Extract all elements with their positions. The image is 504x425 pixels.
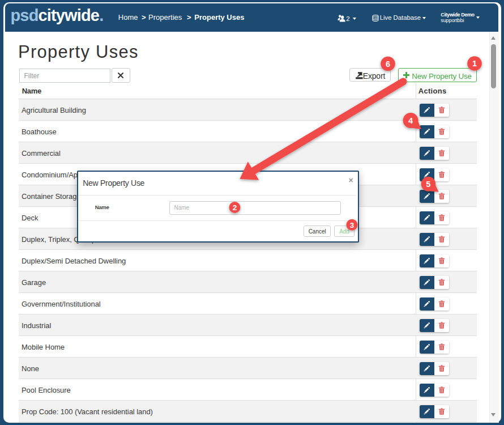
svg-text:4: 4 (408, 116, 413, 125)
svg-text:3: 3 (350, 221, 354, 230)
svg-text:6: 6 (386, 60, 390, 69)
svg-text:1: 1 (472, 59, 477, 68)
svg-text:2: 2 (233, 203, 237, 212)
svg-text:5: 5 (426, 180, 430, 189)
